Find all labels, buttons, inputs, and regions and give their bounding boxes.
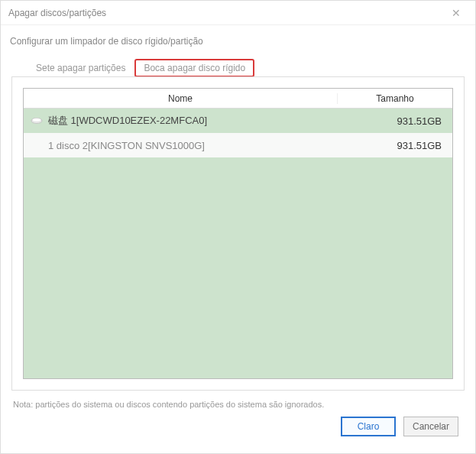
svg-point-1	[32, 118, 41, 122]
dialog-subtitle: Configurar um limpador de disco rígido/p…	[8, 36, 468, 47]
panel: Nome Tamanho 磁盘 1[WDCWD10EZEX-22MFCA0] 9…	[11, 76, 465, 391]
dialog-window: Apagar discos/partições ✕ Configurar um …	[0, 0, 476, 454]
tab-bar: Sete apagar partições Boca apagar disco …	[8, 59, 468, 77]
dialog-footer: Claro Cancelar	[8, 417, 468, 446]
disk-size: 931.51GB	[339, 115, 446, 127]
footer-note: Nota: partições do sistema ou discos con…	[8, 391, 468, 417]
cancel-button[interactable]: Cancelar	[403, 417, 458, 436]
content-area: Configurar um limpador de disco rígido/p…	[1, 25, 475, 453]
titlebar: Apagar discos/partições ✕	[1, 1, 475, 25]
table-row[interactable]: 磁盘 1[WDCWD10EZEX-22MFCA0] 931.51GB	[24, 109, 452, 133]
window-title: Apagar discos/partições	[8, 8, 445, 18]
column-header-size[interactable]: Tamanho	[338, 93, 452, 104]
ok-button[interactable]: Claro	[341, 417, 396, 436]
close-icon[interactable]: ✕	[445, 7, 468, 19]
disk-size: 931.51GB	[339, 140, 446, 151]
disk-name: 1 disco 2[KINGSTON SNVS1000G]	[48, 140, 339, 151]
disk-table: Nome Tamanho 磁盘 1[WDCWD10EZEX-22MFCA0] 9…	[23, 88, 453, 379]
disk-name: 磁盘 1[WDCWD10EZEX-22MFCA0]	[48, 114, 339, 128]
table-header: Nome Tamanho	[24, 89, 452, 109]
table-body: 磁盘 1[WDCWD10EZEX-22MFCA0] 931.51GB 1 dis…	[24, 109, 452, 378]
disk-icon	[30, 140, 44, 151]
tab-erase-disk[interactable]: Boca apagar disco rígido	[134, 59, 254, 77]
table-row[interactable]: 1 disco 2[KINGSTON SNVS1000G] 931.51GB	[24, 133, 452, 157]
disk-icon	[30, 115, 44, 126]
tab-erase-partitions[interactable]: Sete apagar partições	[30, 60, 131, 76]
column-header-name[interactable]: Nome	[24, 93, 338, 104]
